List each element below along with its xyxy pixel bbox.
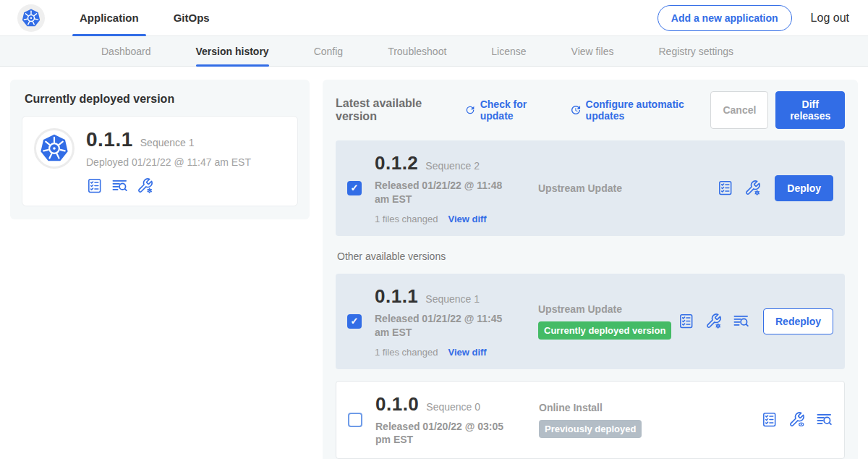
- subnav-dashboard[interactable]: Dashboard: [101, 36, 151, 67]
- version-number: 0.1.0: [375, 393, 419, 416]
- version-row-0-1-1: ✓ 0.1.1 Sequence 1 Released 01/21/22 @ 1…: [336, 274, 845, 369]
- refresh-icon: [464, 104, 476, 117]
- configure-auto-updates-link[interactable]: Configure automatic updates: [570, 98, 711, 122]
- diff-select-checkbox[interactable]: [348, 413, 362, 427]
- other-versions-title: Other available versions: [337, 250, 845, 262]
- version-number: 0.1.1: [375, 285, 418, 308]
- check-for-update-link[interactable]: Check for update: [464, 98, 554, 122]
- preflight-checks-icon[interactable]: [761, 411, 778, 428]
- add-new-application-button[interactable]: Add a new application: [658, 5, 792, 31]
- view-config-icon[interactable]: [788, 411, 805, 428]
- configure-auto-updates-label: Configure automatic updates: [586, 98, 711, 122]
- auto-update-clock-icon: [570, 104, 582, 117]
- preflight-checks-icon[interactable]: [717, 180, 733, 196]
- diff-releases-button[interactable]: Diff releases: [775, 91, 845, 129]
- app-kubernetes-icon: [34, 128, 75, 169]
- view-files-icon[interactable]: [111, 177, 128, 194]
- available-versions-panel: Latest available version Check for updat…: [323, 80, 858, 459]
- files-changed-label: 1 files changed: [375, 214, 438, 224]
- released-timestamp: Released 01/21/22 @ 11:45 am EST: [375, 312, 514, 340]
- previously-deployed-badge: Previously deployed: [539, 420, 642, 438]
- diff-select-checkbox[interactable]: ✓: [347, 314, 362, 329]
- edit-config-icon[interactable]: [137, 177, 153, 194]
- version-source-label: Online Install: [539, 402, 761, 413]
- view-diff-link[interactable]: View diff: [448, 214, 486, 224]
- redeploy-button[interactable]: Redeploy: [763, 308, 833, 334]
- sequence-label: Sequence 1: [425, 293, 480, 305]
- view-files-icon[interactable]: [816, 411, 833, 428]
- sequence-label: Sequence 0: [426, 401, 480, 413]
- version-source-label: Upstream Update: [538, 182, 717, 194]
- subnav-view-files[interactable]: View files: [571, 36, 614, 67]
- files-changed-label: 1 files changed: [375, 347, 438, 358]
- subnav-config[interactable]: Config: [314, 36, 343, 67]
- check-for-update-label: Check for update: [480, 98, 554, 122]
- kubernetes-logo: [17, 4, 45, 32]
- deployed-timestamp: Deployed 01/21/22 @ 11:47 am EST: [86, 156, 251, 168]
- subnav-troubleshoot[interactable]: Troubleshoot: [388, 36, 446, 67]
- latest-available-title: Latest available version: [336, 97, 453, 123]
- logout-link[interactable]: Log out: [811, 12, 849, 25]
- tab-application[interactable]: Application: [72, 0, 146, 36]
- version-row-0-1-2: ✓ 0.1.2 Sequence 2 Released 01/21/22 @ 1…: [336, 140, 845, 236]
- currently-deployed-badge: Currently deployed version: [538, 321, 671, 340]
- released-timestamp: Released 01/21/22 @ 11:48 am EST: [375, 179, 514, 206]
- subnav-registry-settings[interactable]: Registry settings: [658, 36, 733, 67]
- preflight-checks-icon[interactable]: [86, 177, 103, 194]
- deploy-button[interactable]: Deploy: [775, 175, 833, 201]
- version-source-label: Upstream Update: [538, 303, 678, 315]
- version-number: 0.1.2: [375, 152, 418, 174]
- deployed-version-number: 0.1.1: [86, 128, 133, 151]
- deployed-sequence-label: Sequence 1: [140, 137, 195, 148]
- tab-gitops[interactable]: GitOps: [166, 0, 217, 36]
- released-timestamp: Released 01/20/22 @ 03:05 pm EST: [375, 420, 514, 447]
- diff-select-checkbox[interactable]: ✓: [347, 181, 362, 195]
- edit-config-icon[interactable]: [705, 313, 722, 329]
- deployed-version-card: 0.1.1 Sequence 1 Deployed 01/21/22 @ 11:…: [22, 116, 298, 206]
- version-row-0-1-0: 0.1.0 Sequence 0 Released 01/20/22 @ 03:…: [336, 381, 845, 459]
- subnav-license[interactable]: License: [491, 36, 526, 67]
- cancel-button[interactable]: Cancel: [710, 91, 768, 129]
- edit-config-icon[interactable]: [744, 180, 761, 196]
- currently-deployed-panel: Currently deployed version 0.1.1 Sequenc…: [10, 80, 310, 219]
- currently-deployed-title: Currently deployed version: [25, 93, 298, 106]
- preflight-checks-icon[interactable]: [678, 313, 694, 329]
- subnav-version-history[interactable]: Version history: [196, 36, 269, 67]
- view-diff-link[interactable]: View diff: [448, 347, 486, 358]
- top-navbar: Application GitOps Add a new application…: [0, 0, 868, 36]
- sequence-label: Sequence 2: [425, 160, 480, 172]
- app-tabs: Application GitOps: [72, 0, 237, 36]
- app-subnav: Dashboard Version history Config Trouble…: [0, 36, 868, 67]
- view-files-icon[interactable]: [733, 313, 749, 329]
